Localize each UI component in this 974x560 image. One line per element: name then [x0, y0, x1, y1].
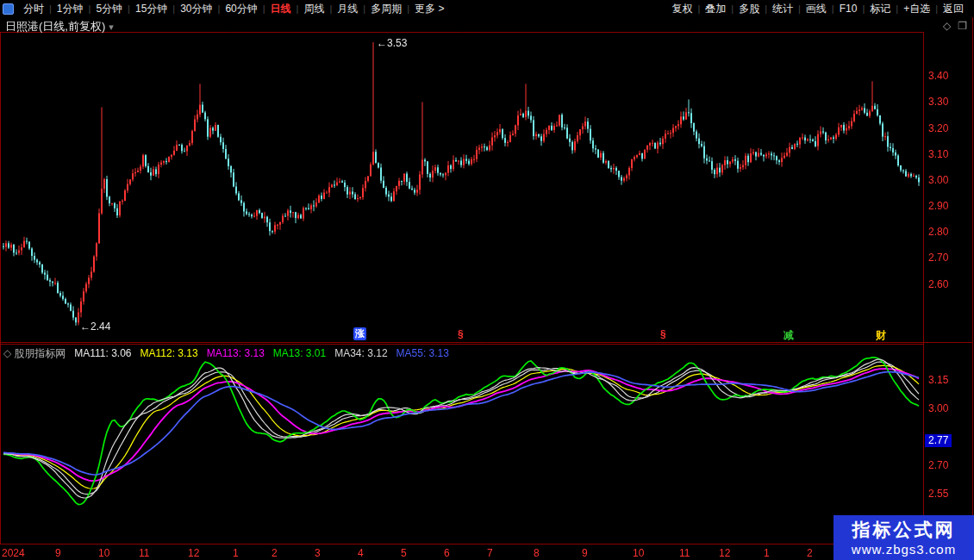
period-tab-3[interactable]: 5分钟 — [91, 2, 128, 16]
action-button-6[interactable]: F10 — [834, 3, 863, 15]
date-label-14: 9 — [582, 547, 588, 559]
action-button-7[interactable]: 标记 — [865, 2, 896, 16]
date-label-16: 11 — [679, 547, 690, 559]
date-label-1: 2024年 — [2, 547, 25, 560]
app-menu-icon[interactable] — [3, 3, 14, 15]
action-button-2[interactable]: 叠加 — [700, 2, 731, 16]
indicator-collapse-icon[interactable]: ◇ — [3, 347, 11, 359]
period-tab-5[interactable]: 30分钟 — [175, 2, 217, 16]
site-watermark: 指标公式网 www.zbgs3.com — [834, 515, 974, 560]
chart-title-row: 日照港(日线,前复权) ▾ — [5, 19, 114, 34]
date-label-9: 4 — [358, 547, 364, 559]
date-label-5: 12 — [188, 547, 199, 559]
period-tab-4[interactable]: 15分钟 — [130, 2, 172, 16]
action-button-8[interactable]: +自选 — [898, 2, 935, 16]
ma-label-ma111: MA111: 3.06 — [74, 347, 131, 359]
action-button-1[interactable]: 复权 — [666, 2, 697, 16]
event-marker-5[interactable]: 财 — [876, 328, 886, 343]
period-tab-8[interactable]: 周线 — [298, 2, 329, 16]
date-label-13: 8 — [534, 547, 540, 559]
period-tab-6[interactable]: 60分钟 — [220, 2, 262, 16]
period-tab-7[interactable]: 日线 — [265, 2, 297, 16]
ma-label-ma112: MA112: 3.13 — [140, 347, 198, 359]
ma-label-ma113: MA113: 3.13 — [207, 347, 265, 359]
event-marker-3[interactable]: § — [660, 328, 666, 340]
action-button-9[interactable]: 返回 — [938, 2, 969, 16]
watermark-title: 指标公式网 — [834, 518, 974, 542]
date-label-4: 11 — [139, 547, 149, 559]
top-toolbar: 分时|1分钟|5分钟|15分钟|30分钟|60分钟|日线|周线|月线|多周期|更… — [0, 0, 974, 17]
window-restore-icon[interactable]: ❐ — [958, 20, 967, 32]
period-tab-9[interactable]: 月线 — [332, 2, 363, 16]
action-button-3[interactable]: 多股 — [734, 2, 765, 16]
price-annotation-1: ←3.53 — [377, 37, 407, 49]
date-label-6: 1 — [233, 547, 239, 559]
action-button-5[interactable]: 画线 — [801, 2, 832, 16]
ma-label-ma55: MA55: 3.13 — [396, 347, 449, 359]
period-tab-2[interactable]: 1分钟 — [52, 2, 89, 16]
date-label-10: 5 — [401, 547, 407, 559]
date-label-19: 2 — [807, 547, 813, 559]
indicator-name: 股朋指标网 — [14, 347, 66, 359]
date-label-3: 10 — [98, 547, 109, 559]
date-label-18: 1 — [764, 547, 770, 559]
period-tab-11[interactable]: 更多 > — [409, 2, 449, 16]
period-tab-1[interactable]: 分时 — [18, 2, 49, 16]
title-dropdown-icon[interactable]: ▾ — [109, 22, 114, 33]
indicator-header: ◇股朋指标网MA111: 3.06MA112: 3.13MA113: 3.13M… — [3, 346, 458, 361]
event-marker-2[interactable]: § — [458, 328, 464, 340]
stock-title: 日照港(日线,前复权) — [5, 19, 105, 34]
chart-canvas[interactable] — [0, 0, 974, 560]
action-toolbar: 复权|叠加|多股|统计|画线|F10|标记|+自选|返回 — [666, 0, 969, 17]
action-button-4[interactable]: 统计 — [767, 2, 798, 16]
diamond-icon[interactable]: ◇ — [943, 20, 951, 32]
period-tab-10[interactable]: 多周期 — [365, 2, 407, 16]
trading-app: 分时|1分钟|5分钟|15分钟|30分钟|60分钟|日线|周线|月线|多周期|更… — [0, 0, 974, 560]
watermark-url: www.zbgs3.com — [834, 542, 974, 557]
date-label-12: 7 — [487, 547, 493, 559]
ma-label-ma13: MA13: 3.01 — [273, 347, 326, 359]
period-toolbar: 分时|1分钟|5分钟|15分钟|30分钟|60分钟|日线|周线|月线|多周期|更… — [18, 0, 449, 17]
date-label-17: 12 — [719, 547, 730, 559]
date-label-11: 6 — [444, 547, 450, 559]
date-label-7: 2 — [272, 547, 278, 559]
ma-label-ma34: MA34: 3.12 — [334, 347, 387, 359]
price-annotation-2: ←2.44 — [80, 320, 110, 333]
event-marker-4[interactable]: 减 — [784, 328, 794, 343]
event-marker-1[interactable]: 涨 — [353, 327, 366, 340]
date-label-2: 9 — [55, 547, 61, 559]
date-label-8: 3 — [315, 547, 321, 559]
date-label-15: 10 — [633, 547, 644, 559]
title-corner-icons: ◇ ❐ — [943, 20, 967, 32]
